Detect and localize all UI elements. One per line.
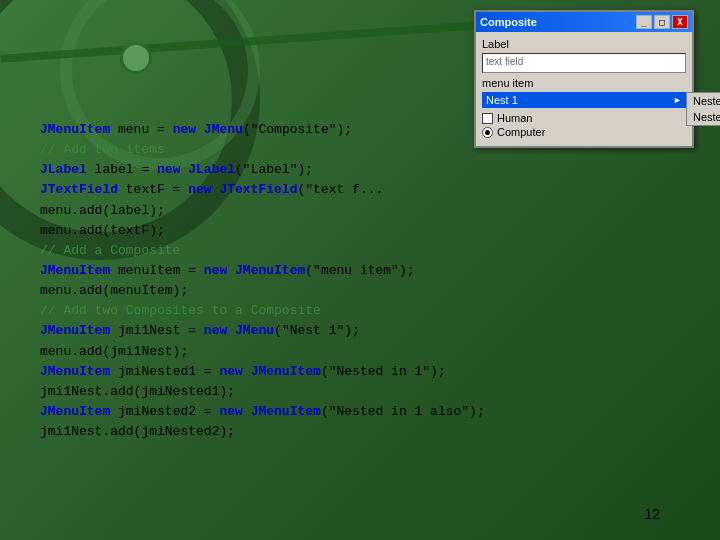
window-titlebar: Composite _ □ X — [476, 12, 692, 32]
comp-menuitem-label: menu item — [482, 77, 686, 89]
keyword: JLabel — [40, 162, 87, 177]
keyword: JMenuItem — [251, 364, 321, 379]
keyword: JTextField — [40, 182, 118, 197]
keyword: JMenuItem — [40, 364, 110, 379]
code-line-8: JMenuItem jmi1Nest = new JMenu("Nest 1")… — [40, 321, 680, 341]
comp-textfield[interactable]: text field — [482, 53, 686, 73]
submenu-item-nested-in-1[interactable]: Nested in 1 — [687, 93, 720, 109]
code-line-4: menu.add(label); — [40, 201, 680, 221]
radio-item-human[interactable]: Human — [482, 112, 686, 124]
keyword: JMenuItem — [40, 122, 110, 137]
keyword: JMenuItem — [251, 404, 321, 419]
composite-window: Composite _ □ X Label text field menu it… — [474, 10, 694, 148]
code-line-11: jmi1Nest.add(jmiNested1); — [40, 382, 680, 402]
window-controls: _ □ X — [636, 15, 688, 29]
window-title: Composite — [480, 16, 537, 28]
code-comment-2: // Add a Composite — [40, 241, 680, 261]
submenu-arrow-icon: ► — [673, 95, 682, 105]
submenu-item-nested-in-1-also[interactable]: Nested in 1 also — [687, 109, 720, 125]
code-line-12: JMenuItem jmiNested2 = new JMenuItem("Ne… — [40, 402, 680, 422]
radio-label-human: Human — [497, 112, 532, 124]
minimize-button[interactable]: _ — [636, 15, 652, 29]
radio-computer[interactable] — [482, 127, 493, 138]
code-line-13: jmi1Nest.add(jmiNested2); — [40, 422, 680, 442]
keyword: JMenuItem — [40, 323, 110, 338]
keyword: new — [188, 182, 211, 197]
code-line-7: menu.add(menuItem); — [40, 281, 680, 301]
deco-circle — [120, 42, 152, 74]
radio-item-computer[interactable]: Computer — [482, 126, 686, 138]
keyword: JLabel — [188, 162, 235, 177]
code-block: JMenuItem menu = new JMenu("Composite");… — [40, 120, 680, 442]
checkbox-human[interactable] — [482, 113, 493, 124]
keyword: new — [157, 162, 180, 177]
keyword: new — [219, 364, 242, 379]
keyword: new — [204, 323, 227, 338]
keyword: new — [219, 404, 242, 419]
close-button[interactable]: X — [672, 15, 688, 29]
keyword: JMenuItem — [40, 404, 110, 419]
nest1-menuitem[interactable]: Nest 1 ► Nested in 1 Nested in 1 also — [482, 92, 686, 108]
code-line-2: JLabel label = new JLabel("Label"); — [40, 160, 680, 180]
keyword: JMenuItem — [40, 263, 110, 278]
code-area: JMenuItem menu = new JMenu("Composite");… — [40, 120, 680, 500]
nest1-label: Nest 1 — [486, 94, 518, 106]
submenu-popup: Nested in 1 Nested in 1 also — [686, 92, 720, 126]
code-line-3: JTextField textF = new JTextField("text … — [40, 180, 680, 200]
keyword: JMenuItem — [235, 263, 305, 278]
keyword: JMenu — [235, 323, 274, 338]
code-comment-3: // Add two Composites to a Composite — [40, 301, 680, 321]
keyword: JMenu — [204, 122, 243, 137]
code-line-6: JMenuItem menuItem = new JMenuItem("menu… — [40, 261, 680, 281]
radio-label-computer: Computer — [497, 126, 545, 138]
keyword: new — [204, 263, 227, 278]
code-line-5: menu.add(textF); — [40, 221, 680, 241]
keyword: new — [173, 122, 196, 137]
radio-group: Human Computer — [482, 112, 686, 138]
window-body: Label text field menu item Nest 1 ► Nest… — [476, 32, 692, 146]
page-number: 12 — [644, 506, 660, 522]
code-line-9: menu.add(jmi1Nest); — [40, 342, 680, 362]
code-line-10: JMenuItem jmiNested1 = new JMenuItem("Ne… — [40, 362, 680, 382]
radio-dot-icon — [485, 130, 490, 135]
keyword: JTextField — [219, 182, 297, 197]
comp-label: Label — [482, 38, 686, 50]
maximize-button[interactable]: □ — [654, 15, 670, 29]
